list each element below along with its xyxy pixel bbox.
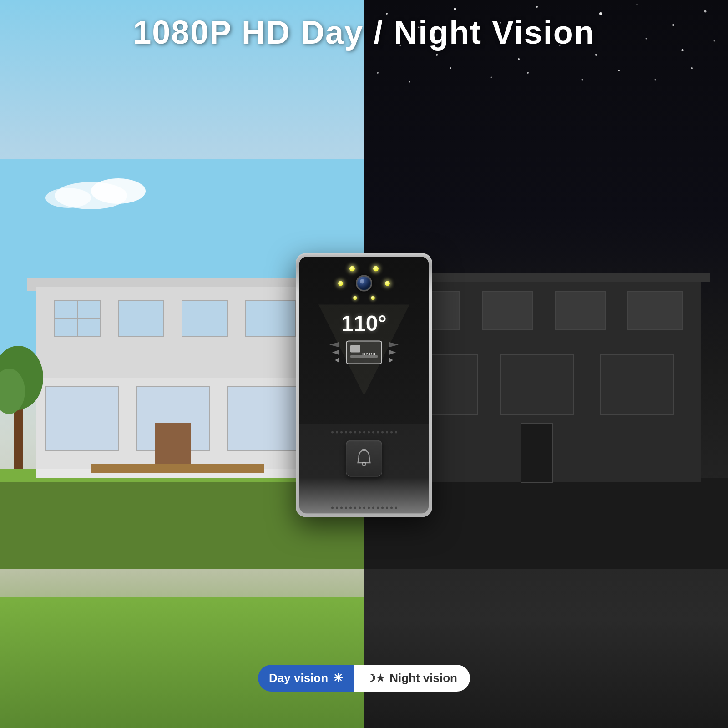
page-title: 1080P HD Day / Night Vision (0, 14, 728, 51)
day-vision-text: Day vision (269, 671, 328, 685)
speaker-bottom (331, 506, 397, 509)
bell-button[interactable] (346, 440, 382, 476)
speaker-bot-5 (349, 506, 352, 509)
card-chip (350, 345, 360, 352)
wave-arc-right-3 (389, 342, 399, 347)
speaker-bot-8 (363, 506, 365, 509)
speaker-dot-10 (372, 431, 374, 433)
speaker-bot-13 (386, 506, 388, 509)
doorbell-device: 110° CARD (296, 253, 432, 517)
speaker-bot-9 (368, 506, 370, 509)
night-vision-text: Night vision (389, 671, 457, 685)
device-inner-panel: 110° CARD (299, 257, 429, 513)
svg-rect-57 (555, 291, 605, 330)
speaker-dot-2 (336, 431, 338, 433)
svg-point-63 (362, 462, 366, 466)
led-left (338, 281, 343, 286)
moon-icon: ☽★ (367, 672, 385, 684)
top-panel: 110° CARD (299, 257, 429, 424)
camera-lens (356, 275, 372, 291)
speaker-dot-4 (345, 431, 347, 433)
led-mid-2 (371, 296, 375, 300)
speaker-bot-10 (372, 506, 374, 509)
night-vision-label: ☽★ Night vision (354, 665, 470, 692)
svg-rect-60 (500, 355, 573, 414)
rfid-wave-right (389, 342, 399, 363)
wave-arc-left-3 (329, 342, 339, 347)
leds-top-row (349, 266, 379, 271)
card-stripe (350, 355, 378, 358)
bell-icon (354, 448, 374, 469)
svg-rect-58 (628, 291, 682, 330)
svg-point-2 (91, 178, 146, 204)
led-mid-1 (353, 296, 357, 300)
speaker-bot-1 (331, 506, 334, 509)
speaker-bot-11 (377, 506, 379, 509)
main-title-container: 1080P HD Day / Night Vision (0, 14, 728, 51)
speaker-dot-9 (368, 431, 370, 433)
speaker-dot-3 (340, 431, 343, 433)
led-right (385, 281, 390, 286)
card-icon: CARD (346, 340, 382, 364)
svg-point-3 (46, 188, 91, 208)
angle-display: 110° (341, 311, 386, 336)
svg-rect-12 (118, 300, 164, 337)
speaker-dot-11 (377, 431, 379, 433)
grass (0, 597, 364, 728)
speaker-dot-12 (381, 431, 384, 433)
wave-arc-left-1 (335, 357, 339, 363)
svg-rect-20 (91, 464, 264, 473)
speaker-bot-3 (340, 506, 343, 509)
leds-mid-row (353, 296, 375, 300)
svg-rect-62 (521, 423, 553, 482)
speaker-dot-6 (354, 431, 356, 433)
speaker-bot-4 (345, 506, 347, 509)
sun-icon: ☀ (333, 671, 343, 685)
speaker-bot-15 (395, 506, 397, 509)
rfid-wave-left (329, 342, 339, 363)
speaker-dot-7 (359, 431, 361, 433)
bottom-panel (299, 424, 429, 513)
svg-rect-16 (46, 387, 118, 450)
speaker-dot-15 (395, 431, 397, 433)
vision-labels: Day vision ☀ ☽★ Night vision (258, 665, 470, 692)
wave-arc-right-2 (389, 349, 396, 355)
speaker-dot-5 (349, 431, 352, 433)
speaker-dot-14 (390, 431, 393, 433)
speaker-bot-14 (390, 506, 393, 509)
card-reader-area: CARD (329, 340, 399, 364)
svg-rect-13 (182, 300, 228, 337)
led-2 (373, 266, 379, 271)
speaker-top (331, 431, 397, 433)
day-vision-label: Day vision ☀ (258, 665, 354, 692)
svg-rect-61 (601, 355, 673, 414)
speaker-dot-13 (386, 431, 388, 433)
speaker-bot-6 (354, 506, 356, 509)
speaker-bot-12 (381, 506, 384, 509)
speaker-dot-1 (331, 431, 334, 433)
speaker-bot-7 (359, 506, 361, 509)
device-outer-frame: 110° CARD (296, 253, 432, 517)
wave-arc-left-2 (332, 349, 339, 355)
svg-rect-19 (155, 423, 191, 469)
svg-rect-18 (228, 387, 300, 450)
led-1 (349, 266, 355, 271)
speaker-bot-2 (336, 506, 338, 509)
wave-arc-right-1 (389, 357, 393, 363)
speaker-dot-8 (363, 431, 365, 433)
camera-row (338, 275, 390, 291)
svg-rect-56 (482, 291, 532, 330)
svg-rect-14 (246, 300, 296, 337)
